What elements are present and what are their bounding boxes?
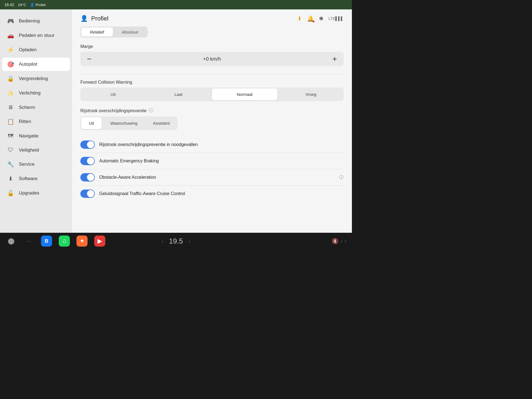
toggle-row-cruise: Geluidssignaal Traffic-Aware Cruise Cont… [80,186,344,202]
toggle-knob-lane-emergency [87,141,94,148]
toggle-cruise[interactable] [80,190,95,198]
spotify-button[interactable]: ♫ [59,236,70,247]
sidebar-item-upgrades[interactable]: 🔓 Upgrades [0,186,72,200]
toggle-row-obstacle: Obstacle-Aware Acceleration ⓘ [80,169,344,186]
toggle-label-lane-emergency: Rijstrook overschrijdingspreventie in no… [99,142,344,147]
software-icon: ⬇ [7,175,14,182]
lane-uit-button[interactable]: Uit [81,117,102,129]
ritten-icon: 📋 [7,118,14,125]
sidebar-item-vergrendeling[interactable]: 🔒 Vergrendeling [0,71,72,86]
profile-user-icon: 👤 [80,15,88,22]
toggle-auto-braking[interactable] [80,157,95,165]
sidebar-label-opladen: Opladen [19,47,37,53]
sidebar-label-bediening: Bediening [19,18,40,24]
lane-waarschuwing-button[interactable]: Waarschuwing [103,116,145,130]
content-title: Profiel [91,15,108,22]
toggle-row-lane-emergency: Rijstrook overschrijdingspreventie in no… [80,137,344,153]
media-nav-left[interactable]: ‹ [341,238,342,244]
sidebar-label-software: Software [19,176,37,181]
fcw-uit-button[interactable]: Uit [80,88,146,101]
toggle-label-auto-braking: Automatic Emergency Braking [99,158,344,163]
taskbar-center: ‹ 19.5 › [160,237,191,245]
lte-icon: LTE▌▌▌ [329,16,344,21]
sidebar-label-ritten: Ritten [19,119,31,124]
sidebar-item-ritten[interactable]: 📋 Ritten [0,114,72,129]
sidebar-item-verlichting[interactable]: ✨ Verlichting [0,86,72,100]
nav-next-button[interactable]: › [187,237,191,245]
scherm-icon: 🖥 [7,104,14,111]
sidebar-item-pedalen[interactable]: 🚗 Pedalen en stuur [0,28,72,43]
speed-control: − +0 km/h + [80,52,344,66]
notification-icon[interactable]: 🔔 [307,15,314,22]
sidebar-item-navigatie[interactable]: 🗺 Navigatie [0,129,72,143]
sidebar-label-scherm: Scherm [19,105,35,110]
obstacle-info-icon[interactable]: ⓘ [339,175,344,180]
games-button[interactable]: ✦ [76,236,88,247]
fcw-vroeg-button[interactable]: Vroeg [278,88,344,101]
video-button[interactable]: ▶ [94,236,105,247]
more-button[interactable]: ··· [23,236,34,247]
toggle-obstacle[interactable] [80,173,95,181]
status-temperature: 24°C [18,3,26,7]
sidebar-label-veiligheid: Veiligheid [19,147,39,153]
status-profile: 👤 Profiel [30,3,46,7]
verlichting-icon: ✨ [7,90,14,96]
download-icon[interactable]: ⬇ [297,15,302,22]
upgrades-icon: 🔓 [7,190,14,196]
sidebar-item-bediening[interactable]: 🎮 Bediening [0,14,72,28]
status-time: 16:42 [4,2,14,7]
bluetooth-button[interactable]: B [41,236,52,247]
home-button[interactable]: ⬤ [6,236,17,247]
volume-icon[interactable]: 🔇 [332,238,339,244]
vergrendeling-icon: 🔒 [7,75,14,82]
toggle-row-auto-braking: Automatic Emergency Braking [80,153,344,169]
bluetooth-icon[interactable]: ✱ [319,15,324,22]
profile-tab-switcher: Relatief Absoluut [80,27,148,37]
tab-absoluut[interactable]: Absoluut [113,27,147,37]
media-nav-right[interactable]: › [345,238,346,244]
fcw-normaal-button[interactable]: Normaal [212,88,277,100]
sidebar-label-verlichting: Verlichting [19,90,40,96]
sidebar-item-veiligheid[interactable]: 🛡 Veiligheid [0,143,72,157]
sidebar-item-opladen[interactable]: ⚡ Opladen [0,43,72,57]
opladen-icon: ⚡ [7,47,14,53]
toggle-label-obstacle: Obstacle-Aware Acceleration [99,175,335,180]
toggle-label-cruise: Geluidssignaal Traffic-Aware Cruise Cont… [99,191,344,196]
nav-prev-button[interactable]: ‹ [160,237,165,245]
service-icon: 🔧 [7,161,14,168]
toggle-list: Rijstrook overschrijdingspreventie in no… [80,137,344,202]
status-bar-left: 16:42 24°C 👤 Profiel [4,2,347,7]
tab-relatief[interactable]: Relatief [81,27,113,37]
lane-departure-label: Rijstrook overschrijdingspreventie [80,108,147,113]
sidebar-item-software[interactable]: ⬇ Software [0,172,72,186]
toggle-knob-cruise [87,190,94,197]
sidebar-item-autopilot[interactable]: 🎯 Autopilot [2,58,70,71]
notification-dot [313,21,314,22]
profile-section: 👤 Profiel [80,15,108,22]
taskbar: ⬤ ··· B ♫ ✦ ▶ ‹ 19.5 › 🔇 ‹ › [0,233,352,249]
lane-departure-header: Rijstrook overschrijdingspreventie ⓘ [80,108,344,114]
sidebar-label-navigatie: Navigatie [19,133,39,139]
lane-departure-info-icon[interactable]: ⓘ [149,108,153,114]
sidebar: 🎮 Bediening 🚗 Pedalen en stuur ⚡ Opladen… [0,9,72,233]
sidebar-label-autopilot: Autopilot [19,62,37,67]
sidebar-item-service[interactable]: 🔧 Service [0,157,72,172]
speed-increment-button[interactable]: + [326,52,344,66]
sidebar-item-scherm[interactable]: 🖥 Scherm [0,100,72,114]
toggle-lane-emergency[interactable] [80,140,95,149]
content-header: 👤 Profiel ⬇ 🔔 ✱ LTE▌▌▌ [80,15,344,22]
lane-assistent-button[interactable]: Assistent [145,116,178,130]
marge-label: Marge [80,44,344,49]
sidebar-label-vergrendeling: Vergrendeling [19,76,48,81]
pedalen-icon: 🚗 [7,32,14,39]
profile-icon: 👤 [30,3,34,7]
content-area: 👤 Profiel ⬇ 🔔 ✱ LTE▌▌▌ Relatief Absoluut… [72,9,352,233]
fcw-label: Forward Collision Warning [80,80,344,85]
speed-decrement-button[interactable]: − [80,52,98,66]
sidebar-label-service: Service [19,162,35,167]
speed-display: 19.5 [169,237,183,245]
profile-name: Profiel [35,3,46,7]
speed-value-display: +0 km/h [98,56,326,62]
fcw-laat-button[interactable]: Laat [146,88,211,101]
divider-1 [80,74,344,74]
